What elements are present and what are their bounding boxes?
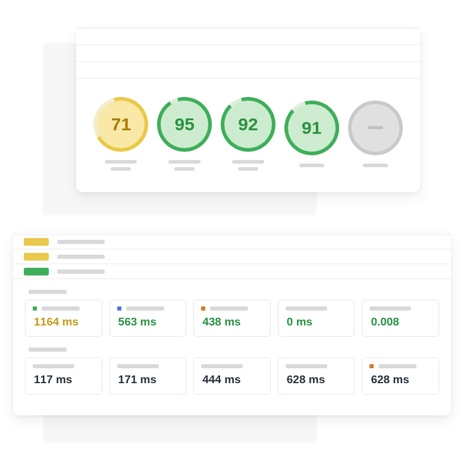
metric-head [286, 364, 347, 368]
score-label-stub [299, 164, 324, 167]
metric-label-stub [33, 364, 74, 368]
metric-head [33, 306, 95, 311]
metric-label-stub [42, 306, 80, 311]
metric-tile: 1164 ms [25, 300, 102, 337]
metric-value: 0.008 [369, 315, 431, 328]
score-ring [348, 101, 403, 155]
metric-tile: 0 ms [278, 300, 355, 337]
audit-row [13, 264, 451, 279]
score-item: 92 [221, 97, 275, 171]
section-label-stub [29, 290, 67, 294]
score-label-stub [363, 164, 388, 167]
scores-card: 71959291 [76, 28, 420, 192]
metric-head [201, 364, 263, 368]
metric-tile: 563 ms [109, 300, 187, 337]
dash-icon [368, 126, 383, 129]
metric-value: 1164 ms [33, 315, 95, 328]
metric-tile: 0.008 [362, 300, 439, 337]
score-item: 91 [284, 101, 339, 167]
metric-head [117, 306, 179, 311]
audit-rows [13, 233, 451, 279]
metrics-row-1: 1164 ms563 ms438 ms0 ms0.008 [13, 300, 451, 337]
metric-value: 444 ms [201, 373, 263, 386]
audit-label-stub [57, 270, 105, 274]
header-row [76, 45, 420, 62]
metric-head [117, 364, 179, 368]
metric-label-stub [369, 306, 411, 311]
metric-head [369, 364, 431, 368]
audit-row [13, 249, 451, 264]
score-label-stub [105, 160, 137, 171]
score-value: 95 [161, 101, 208, 148]
score-label-stub [168, 160, 201, 171]
metric-tile: 117 ms [25, 358, 102, 394]
metric-label-stub [286, 364, 327, 368]
score-value: 92 [224, 101, 272, 148]
metric-tile: 438 ms [193, 300, 271, 337]
metric-dot-icon [369, 364, 374, 368]
header-row [76, 62, 420, 79]
audit-label-stub [57, 255, 105, 259]
audit-chip [24, 268, 49, 275]
metric-tile: 628 ms [362, 358, 439, 394]
metric-tile: 171 ms [109, 358, 187, 394]
metric-label-stub [117, 364, 159, 368]
metric-value: 438 ms [201, 315, 263, 328]
metric-head [286, 306, 347, 311]
metrics-card: 1164 ms563 ms438 ms0 ms0.008 117 ms171 m… [13, 233, 451, 415]
metric-label-stub [210, 306, 248, 311]
metric-value: 563 ms [117, 315, 179, 328]
score-value [352, 104, 399, 152]
metric-tile: 628 ms [278, 358, 355, 394]
metric-value: 0 ms [286, 315, 347, 328]
metric-dot-icon [33, 306, 37, 311]
scores-header-rows [76, 28, 420, 79]
metric-head [33, 364, 95, 368]
score-value: 71 [97, 101, 145, 148]
metric-label-stub [126, 306, 164, 311]
metric-head [369, 306, 431, 311]
metric-dot-icon [201, 306, 205, 311]
section-label-stub [29, 347, 67, 352]
score-ring: 91 [284, 101, 339, 155]
header-row [76, 29, 420, 45]
audit-chip [24, 253, 49, 261]
metric-value: 171 ms [117, 373, 179, 386]
score-ring: 95 [157, 97, 212, 152]
score-item: 95 [157, 97, 212, 171]
score-label-stub [232, 160, 264, 171]
audit-label-stub [57, 240, 105, 244]
score-item: 71 [93, 97, 148, 171]
metric-label-stub [286, 306, 327, 311]
metric-value: 628 ms [286, 373, 347, 386]
metric-dot-icon [117, 306, 121, 311]
audit-row [13, 234, 451, 249]
metric-head [201, 306, 263, 311]
score-ring: 71 [93, 97, 148, 152]
metric-tile: 444 ms [193, 358, 271, 394]
scores-body: 71959291 [76, 79, 420, 192]
metric-label-stub [378, 364, 416, 368]
score-item [348, 101, 403, 167]
metric-value: 117 ms [33, 373, 95, 386]
metric-label-stub [201, 364, 243, 368]
audit-chip [24, 238, 49, 246]
score-ring: 92 [221, 97, 275, 152]
score-value: 91 [288, 104, 336, 152]
metrics-row-2: 117 ms171 ms444 ms628 ms628 ms [13, 358, 451, 394]
metric-value: 628 ms [369, 373, 431, 386]
